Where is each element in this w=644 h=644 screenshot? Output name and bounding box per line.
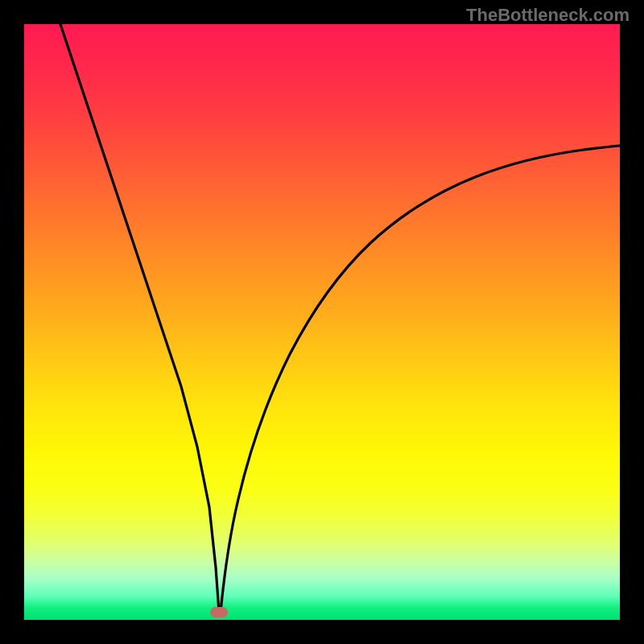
curve-left-branch: [60, 24, 219, 612]
watermark-text: TheBottleneck.com: [466, 5, 630, 26]
curve-right-branch: [221, 146, 620, 612]
optimum-marker: [210, 607, 228, 617]
bottleneck-curve: [24, 24, 620, 620]
chart-plot-area: [24, 24, 620, 620]
